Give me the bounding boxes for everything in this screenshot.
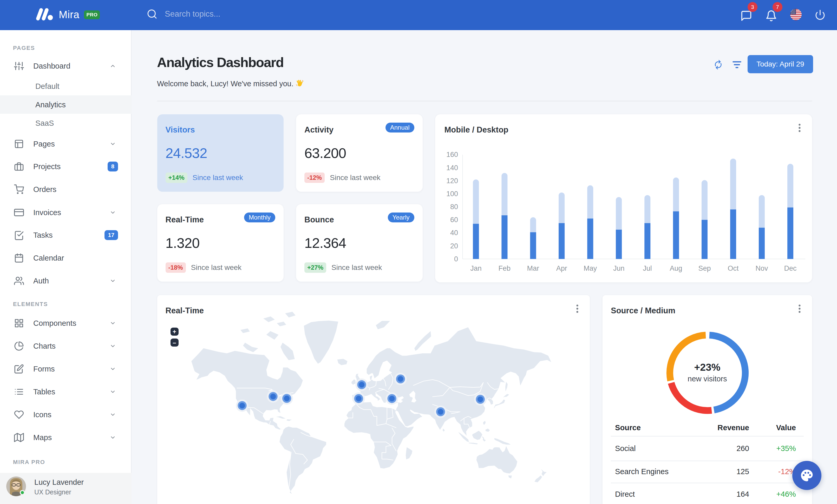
svg-text:Oct: Oct	[728, 264, 739, 272]
svg-text:Nov: Nov	[755, 264, 768, 272]
svg-text:80: 80	[450, 203, 458, 211]
svg-text:Mar: Mar	[527, 264, 539, 272]
svg-text:Feb: Feb	[498, 264, 511, 272]
svg-text:Dec: Dec	[784, 264, 797, 272]
svg-text:Jan: Jan	[470, 264, 482, 272]
svg-text:Jul: Jul	[643, 264, 652, 272]
svg-text:Apr: Apr	[556, 264, 567, 272]
svg-text:Aug: Aug	[670, 264, 682, 272]
svg-text:60: 60	[450, 216, 458, 224]
svg-text:40: 40	[450, 229, 458, 237]
svg-text:120: 120	[446, 177, 458, 185]
svg-text:20: 20	[450, 242, 458, 250]
svg-text:Sep: Sep	[698, 264, 711, 272]
svg-text:100: 100	[446, 190, 458, 198]
svg-text:160: 160	[446, 151, 458, 158]
svg-text:May: May	[584, 264, 597, 272]
svg-text:0: 0	[454, 255, 458, 263]
svg-text:Jun: Jun	[613, 264, 625, 272]
svg-text:140: 140	[446, 164, 458, 172]
